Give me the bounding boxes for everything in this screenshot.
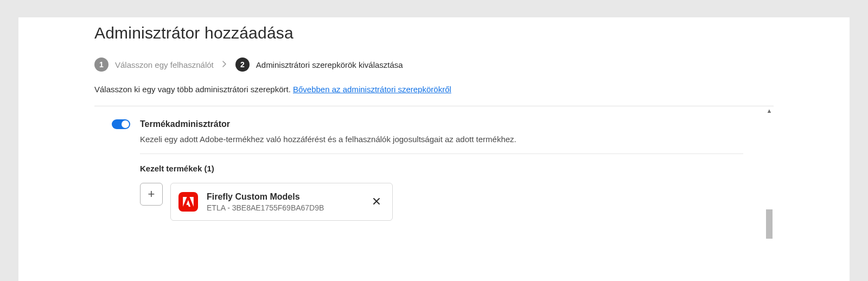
chevron-up-icon: ▲ xyxy=(767,107,773,114)
toggle-knob xyxy=(122,120,129,128)
scrollbar[interactable]: ▲ xyxy=(765,106,774,247)
page-title: Adminisztrátor hozzáadása xyxy=(94,24,774,42)
role-divider xyxy=(140,154,743,154)
step-1-label: Válasszon egy felhasználót xyxy=(115,60,214,69)
description-text: Válasszon ki egy vagy több adminisztráto… xyxy=(94,85,293,94)
add-product-button[interactable]: + xyxy=(140,183,163,206)
product-text: Firefly Custom Models ETLA - 3BE8AE1755F… xyxy=(207,191,362,213)
role-card-product-admin: Termékadminisztrátor Kezeli egy adott Ad… xyxy=(99,119,756,221)
product-chip[interactable]: Firefly Custom Models ETLA - 3BE8AE1755F… xyxy=(170,183,393,221)
step-2-number: 2 xyxy=(235,58,250,72)
role-header: Termékadminisztrátor xyxy=(112,119,743,129)
remove-product-button[interactable] xyxy=(371,194,382,210)
plus-icon: + xyxy=(148,187,155,201)
role-title: Termékadminisztrátor xyxy=(140,119,230,129)
managed-products-label: Kezelt termékek (1) xyxy=(140,164,743,173)
product-subtitle: ETLA - 3BE8AE1755F69BA67D9B xyxy=(207,203,362,213)
step-2-label: Adminisztrátori szerepkörök kiválasztása xyxy=(256,60,403,69)
chevron-right-icon xyxy=(222,60,227,69)
dialog-panel: Adminisztrátor hozzáadása 1 Válasszon eg… xyxy=(18,17,850,281)
role-toggle[interactable] xyxy=(112,119,130,129)
page-background: Adminisztrátor hozzáadása 1 Válasszon eg… xyxy=(0,0,868,281)
description: Válasszon ki egy vagy több adminisztráto… xyxy=(94,85,774,94)
roles-list: Termékadminisztrátor Kezeli egy adott Ad… xyxy=(94,106,761,247)
managed-products-row: + Firefly Custom Models ETLA - 3BE8AE175… xyxy=(140,183,743,221)
scroll-up-button[interactable]: ▲ xyxy=(765,106,774,115)
admin-roles-learn-more-link[interactable]: Bővebben az adminisztrátori szerepkörökr… xyxy=(293,85,451,94)
step-1[interactable]: 1 Válasszon egy felhasználót xyxy=(94,58,214,72)
roles-scroll-area: Termékadminisztrátor Kezeli egy adott Ad… xyxy=(94,106,774,247)
stepper: 1 Válasszon egy felhasználót 2 Adminiszt… xyxy=(94,58,774,72)
scroll-thumb[interactable] xyxy=(766,209,773,239)
product-name: Firefly Custom Models xyxy=(207,191,362,203)
role-description: Kezeli egy adott Adobe-termékhez való ho… xyxy=(140,135,743,144)
close-icon xyxy=(373,196,380,207)
step-1-number: 1 xyxy=(94,58,108,72)
step-2[interactable]: 2 Adminisztrátori szerepkörök kiválasztá… xyxy=(235,58,403,72)
adobe-icon xyxy=(178,192,198,212)
